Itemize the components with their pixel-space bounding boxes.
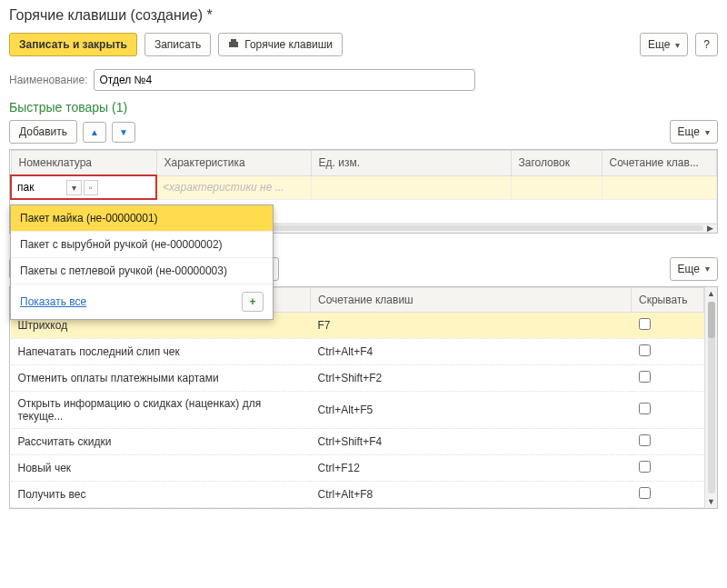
move-down-button[interactable]: ▼ bbox=[112, 122, 135, 143]
save-and-close-button[interactable]: Записать и закрыть bbox=[9, 33, 137, 56]
cmd-key-cell[interactable]: Ctrl+Alt+F4 bbox=[311, 338, 632, 364]
shortcut-cell[interactable] bbox=[602, 175, 717, 199]
help-button[interactable]: ? bbox=[695, 33, 718, 56]
col-shortcut[interactable]: Сочетание клав... bbox=[602, 151, 717, 176]
fast-goods-table-wrap: Номенклатура Характеристика Ед. изм. Заг… bbox=[9, 149, 718, 234]
dropdown-toggle-button[interactable]: ▾ bbox=[66, 180, 82, 195]
cmd-hide-cell[interactable] bbox=[632, 481, 704, 507]
cmd-key-cell[interactable]: Ctrl+Alt+F8 bbox=[311, 481, 632, 507]
cmd-name-cell[interactable]: Открыть информацию о скидках (наценках) … bbox=[11, 391, 311, 428]
more-label: Еще bbox=[648, 38, 670, 51]
cmd-hide-cell[interactable] bbox=[632, 428, 704, 454]
hide-checkbox[interactable] bbox=[639, 487, 651, 499]
add-button[interactable]: Добавить bbox=[9, 120, 77, 144]
cmd-more-button[interactable]: Еще ▾ bbox=[670, 257, 718, 281]
chevron-down-icon: ▾ bbox=[705, 127, 710, 137]
show-all-link[interactable]: Показать все bbox=[20, 295, 86, 308]
print-icon bbox=[228, 39, 239, 50]
dropdown-item[interactable]: Пакеты с петлевой ручкой (не-00000003) bbox=[11, 258, 273, 284]
table-row[interactable]: ▾ ▫ <характеристики не ... bbox=[11, 175, 717, 199]
cmd-hide-cell[interactable] bbox=[632, 312, 704, 338]
dropdown-item[interactable]: Пакет с вырубной ручкой (не-00000002) bbox=[11, 232, 273, 258]
cmd-hide-cell[interactable] bbox=[632, 391, 704, 428]
main-toolbar: Записать и закрыть Записать Горячие клав… bbox=[9, 33, 718, 56]
v-scrollbar[interactable]: ▲ ▼ bbox=[704, 287, 717, 508]
cmd-key-cell[interactable]: Ctrl+F12 bbox=[311, 454, 632, 481]
arrow-down-icon: ▼ bbox=[119, 127, 128, 137]
nomenclature-dropdown: Пакет майка (не-00000001) Пакет с вырубн… bbox=[10, 204, 274, 320]
characteristic-cell[interactable]: <характеристики не ... bbox=[156, 175, 311, 199]
save-button[interactable]: Записать bbox=[144, 33, 211, 56]
scroll-down-icon[interactable]: ▼ bbox=[707, 495, 715, 508]
table-row[interactable]: Получить весCtrl+Alt+F8 bbox=[11, 481, 704, 507]
cmd-more-label: Еще bbox=[678, 263, 700, 275]
col-hide[interactable]: Скрывать bbox=[632, 287, 704, 312]
cmd-hide-cell[interactable] bbox=[632, 364, 704, 391]
move-up-button[interactable]: ▲ bbox=[83, 122, 106, 143]
hide-checkbox[interactable] bbox=[639, 461, 651, 473]
char-placeholder: <характеристики не ... bbox=[163, 181, 284, 194]
cmd-name-cell[interactable]: Отменить оплаты платежными картами bbox=[11, 364, 311, 391]
print-hotkeys-label: Горячие клавиши bbox=[244, 38, 333, 51]
table-row[interactable]: Напечатать последний слип чекCtrl+Alt+F4 bbox=[11, 338, 704, 364]
fast-more-button[interactable]: Еще ▾ bbox=[670, 120, 718, 144]
add-new-button[interactable]: + bbox=[242, 292, 264, 312]
page-title: Горячие клавиши (создание) * bbox=[9, 7, 718, 24]
name-field-row: Наименование: bbox=[9, 69, 718, 91]
dropdown-footer: Показать все + bbox=[11, 284, 273, 319]
col-unit[interactable]: Ед. изм. bbox=[311, 151, 511, 176]
hide-checkbox[interactable] bbox=[639, 434, 651, 446]
fast-goods-title: Быстрые товары (1) bbox=[9, 100, 718, 115]
cmd-key-cell[interactable]: F7 bbox=[311, 312, 632, 338]
open-button[interactable]: ▫ bbox=[84, 180, 98, 195]
hide-checkbox[interactable] bbox=[639, 318, 651, 330]
scroll-right-icon[interactable]: ▶ bbox=[707, 224, 713, 233]
nomenclature-edit-cell[interactable]: ▾ ▫ bbox=[11, 175, 156, 199]
dropdown-item[interactable]: Пакет майка (не-00000001) bbox=[11, 205, 273, 232]
hide-checkbox[interactable] bbox=[639, 403, 651, 414]
nomenclature-search-input[interactable] bbox=[12, 177, 66, 197]
cmd-name-cell[interactable]: Рассчитать скидки bbox=[11, 428, 311, 454]
cmd-key-cell[interactable]: Ctrl+Shift+F4 bbox=[311, 428, 632, 454]
cmd-name-cell[interactable]: Получить вес bbox=[11, 481, 311, 507]
cmd-key-cell[interactable]: Ctrl+Shift+F2 bbox=[311, 364, 632, 391]
cmd-name-cell[interactable]: Новый чек bbox=[11, 454, 311, 481]
name-label: Наименование: bbox=[9, 74, 88, 86]
table-row[interactable]: Рассчитать скидкиCtrl+Shift+F4 bbox=[11, 428, 704, 454]
title-cell[interactable] bbox=[511, 175, 602, 199]
cmd-name-cell[interactable]: Напечатать последний слип чек bbox=[11, 338, 311, 364]
chevron-down-icon: ▾ bbox=[705, 264, 710, 274]
chevron-down-icon: ▾ bbox=[675, 40, 680, 50]
fast-goods-toolbar: Добавить ▲ ▼ Еще ▾ bbox=[9, 120, 718, 144]
table-row[interactable]: Отменить оплаты платежными картамиCtrl+S… bbox=[11, 364, 704, 391]
vscroll-track[interactable] bbox=[708, 302, 715, 493]
col-title[interactable]: Заголовок bbox=[511, 151, 602, 176]
col-characteristic[interactable]: Характеристика bbox=[156, 151, 311, 176]
arrow-up-icon: ▲ bbox=[90, 127, 99, 137]
table-row[interactable]: Открыть информацию о скидках (наценках) … bbox=[11, 391, 704, 428]
col-shortcut[interactable]: Сочетание клавиш bbox=[311, 287, 632, 312]
cmd-hide-cell[interactable] bbox=[632, 338, 704, 364]
fast-more-label: Еще bbox=[678, 125, 700, 138]
hide-checkbox[interactable] bbox=[639, 344, 651, 356]
name-input[interactable] bbox=[94, 69, 475, 91]
col-nomenclature[interactable]: Номенклатура bbox=[11, 151, 156, 176]
cmd-key-cell[interactable]: Ctrl+Alt+F5 bbox=[311, 391, 632, 428]
print-hotkeys-button[interactable]: Горячие клавиши bbox=[218, 33, 343, 56]
scroll-up-icon[interactable]: ▲ bbox=[707, 287, 715, 300]
vscroll-thumb[interactable] bbox=[708, 302, 715, 338]
hide-checkbox[interactable] bbox=[639, 371, 651, 383]
table-row[interactable]: Новый чекCtrl+F12 bbox=[11, 454, 704, 481]
cmd-hide-cell[interactable] bbox=[632, 454, 704, 481]
unit-cell[interactable] bbox=[311, 175, 511, 199]
more-button[interactable]: Еще ▾ bbox=[640, 33, 688, 56]
